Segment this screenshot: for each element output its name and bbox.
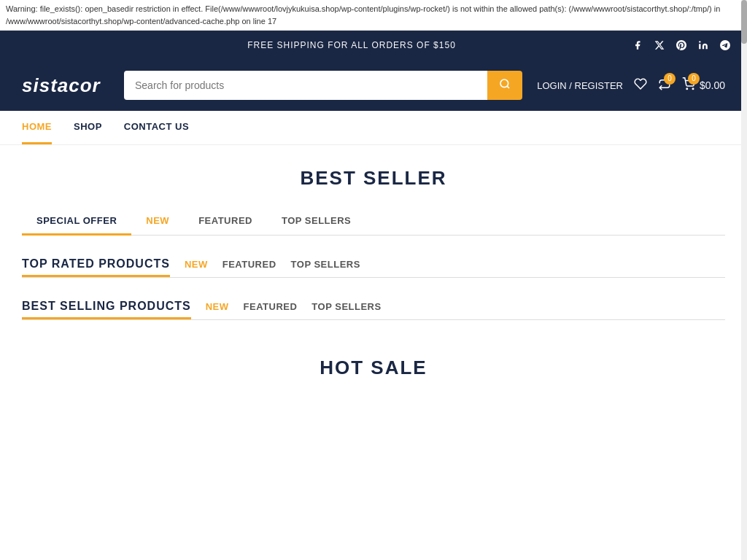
promo-text: FREE SHIPPING FOR ALL ORDERS OF $150 — [73, 40, 630, 50]
svg-point-1 — [500, 79, 508, 88]
best-selling-label: BEST SELLING PRODUCTS — [22, 300, 191, 319]
promo-bar: FREE SHIPPING FOR ALL ORDERS OF $150 — [0, 31, 747, 60]
tab-special-offer[interactable]: SPECIAL OFFER — [22, 208, 131, 236]
top-rated-tab-featured[interactable]: FEATURED — [222, 259, 276, 276]
linkedin-icon[interactable] — [696, 38, 711, 52]
cart-icon: 0 — [682, 77, 695, 94]
search-bar — [124, 71, 522, 100]
best-seller-title: BEST SELLER — [22, 167, 725, 190]
wishlist-icon[interactable] — [634, 77, 647, 94]
tab-top-sellers[interactable]: TOP SELLERS — [267, 208, 365, 236]
telegram-icon[interactable] — [718, 38, 732, 52]
pinterest-icon[interactable] — [674, 38, 689, 52]
site-logo[interactable]: sistacor — [22, 74, 109, 97]
compare-icon[interactable]: 0 — [658, 77, 671, 94]
best-selling-tabs-row: BEST SELLING PRODUCTS NEW FEATURED TOP S… — [22, 300, 725, 320]
svg-point-0 — [699, 41, 700, 42]
nav-item-contact[interactable]: CONTACT US — [124, 111, 189, 144]
best-selling-tab-new[interactable]: NEW — [206, 301, 229, 318]
best-seller-tabs: SPECIAL OFFER NEW FEATURED TOP SELLERS — [22, 208, 725, 236]
top-rated-tabs-row: TOP RATED PRODUCTS NEW FEATURED TOP SELL… — [22, 257, 725, 278]
best-selling-tab-top-sellers[interactable]: TOP SELLERS — [311, 301, 381, 318]
twitter-x-icon[interactable] — [652, 38, 667, 52]
svg-point-3 — [686, 88, 688, 90]
tab-featured[interactable]: FEATURED — [184, 208, 267, 236]
main-content: BEST SELLER SPECIAL OFFER NEW FEATURED T… — [0, 145, 747, 416]
top-rated-section: TOP RATED PRODUCTS NEW FEATURED TOP SELL… — [22, 257, 725, 278]
best-seller-tab-list: SPECIAL OFFER NEW FEATURED TOP SELLERS — [22, 208, 725, 235]
nav-item-home[interactable]: HOME — [22, 111, 52, 144]
warning-text: Warning: file_exists(): open_basedir res… — [6, 4, 720, 26]
main-nav: HOME SHOP CONTACT US — [0, 111, 747, 145]
header: sistacor LOGIN / REGISTER 0 0 $0.00 — [0, 60, 747, 111]
search-input[interactable] — [124, 71, 487, 100]
facebook-icon[interactable] — [630, 38, 645, 52]
compare-badge: 0 — [664, 73, 676, 85]
cart-badge: 0 — [688, 73, 700, 85]
cart-area[interactable]: 0 $0.00 — [682, 77, 725, 94]
login-register-link[interactable]: LOGIN / REGISTER — [537, 80, 623, 91]
search-button[interactable] — [487, 71, 522, 100]
warning-bar: Warning: file_exists(): open_basedir res… — [0, 0, 747, 31]
best-seller-section: BEST SELLER SPECIAL OFFER NEW FEATURED T… — [22, 167, 725, 236]
social-icons — [630, 38, 732, 52]
best-selling-tab-featured[interactable]: FEATURED — [244, 301, 298, 318]
top-rated-tab-top-sellers[interactable]: TOP SELLERS — [291, 259, 360, 276]
hot-sale-section: HOT SALE — [22, 357, 725, 379]
scrollbar-thumb[interactable] — [741, 0, 747, 44]
hot-sale-title: HOT SALE — [22, 357, 725, 379]
top-rated-tab-new[interactable]: NEW — [185, 259, 208, 276]
svg-line-2 — [507, 86, 509, 88]
header-actions: LOGIN / REGISTER 0 0 $0.00 — [537, 77, 725, 94]
nav-item-shop[interactable]: SHOP — [74, 111, 102, 144]
scrollbar-track[interactable] — [741, 0, 747, 416]
best-selling-section: BEST SELLING PRODUCTS NEW FEATURED TOP S… — [22, 300, 725, 320]
svg-point-4 — [692, 88, 694, 90]
cart-price: $0.00 — [700, 79, 725, 91]
top-rated-label: TOP RATED PRODUCTS — [22, 257, 170, 277]
tab-new[interactable]: NEW — [131, 208, 184, 236]
